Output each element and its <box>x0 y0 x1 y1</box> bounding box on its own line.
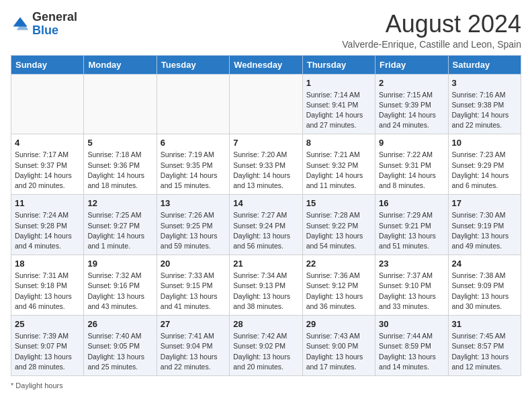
day-info: Sunrise: 7:15 AM Sunset: 9:39 PM Dayligh… <box>379 90 444 131</box>
logo: General Blue <box>11 11 77 38</box>
calendar-week-row: 18Sunrise: 7:31 AM Sunset: 9:18 PM Dayli… <box>11 255 521 316</box>
calendar-cell: 19Sunrise: 7:32 AM Sunset: 9:16 PM Dayli… <box>84 255 157 316</box>
day-info: Sunrise: 7:42 AM Sunset: 9:02 PM Dayligh… <box>233 331 298 372</box>
day-info: Sunrise: 7:40 AM Sunset: 9:05 PM Dayligh… <box>87 331 152 372</box>
calendar-cell: 28Sunrise: 7:42 AM Sunset: 9:02 PM Dayli… <box>230 316 302 376</box>
calendar-header-row: SundayMondayTuesdayWednesdayThursdayFrid… <box>11 55 521 74</box>
day-info: Sunrise: 7:25 AM Sunset: 9:27 PM Dayligh… <box>87 210 152 251</box>
calendar-cell: 17Sunrise: 7:30 AM Sunset: 9:19 PM Dayli… <box>448 195 521 255</box>
calendar-col-header: Saturday <box>448 55 521 74</box>
day-info: Sunrise: 7:20 AM Sunset: 9:33 PM Dayligh… <box>233 150 298 191</box>
day-number: 27 <box>161 319 226 329</box>
day-info: Sunrise: 7:29 AM Sunset: 9:21 PM Dayligh… <box>379 210 444 251</box>
day-info: Sunrise: 7:33 AM Sunset: 9:15 PM Dayligh… <box>161 271 226 312</box>
calendar-cell: 22Sunrise: 7:36 AM Sunset: 9:12 PM Dayli… <box>302 255 375 316</box>
calendar-cell <box>230 74 302 134</box>
day-number: 15 <box>306 198 371 208</box>
day-info: Sunrise: 7:39 AM Sunset: 9:07 PM Dayligh… <box>15 331 80 372</box>
day-info: Sunrise: 7:41 AM Sunset: 9:04 PM Dayligh… <box>161 331 226 372</box>
calendar-cell: 13Sunrise: 7:26 AM Sunset: 9:25 PM Dayli… <box>157 195 229 255</box>
day-info: Sunrise: 7:18 AM Sunset: 9:36 PM Dayligh… <box>87 150 152 191</box>
calendar-cell: 25Sunrise: 7:39 AM Sunset: 9:07 PM Dayli… <box>11 316 84 376</box>
day-number: 1 <box>306 78 371 88</box>
day-info: Sunrise: 7:17 AM Sunset: 9:37 PM Dayligh… <box>15 150 80 191</box>
logo-blue: Blue <box>32 24 58 37</box>
day-number: 3 <box>452 78 517 88</box>
day-info: Sunrise: 7:43 AM Sunset: 9:00 PM Dayligh… <box>306 331 371 372</box>
calendar-cell: 14Sunrise: 7:27 AM Sunset: 9:24 PM Dayli… <box>230 195 302 255</box>
day-number: 22 <box>306 259 371 269</box>
day-info: Sunrise: 7:34 AM Sunset: 9:13 PM Dayligh… <box>233 271 298 312</box>
day-number: 28 <box>233 319 298 329</box>
calendar-cell: 12Sunrise: 7:25 AM Sunset: 9:27 PM Dayli… <box>84 195 157 255</box>
day-number: 20 <box>161 259 226 269</box>
day-number: 21 <box>233 259 298 269</box>
calendar-cell: 2Sunrise: 7:15 AM Sunset: 9:39 PM Daylig… <box>375 74 448 134</box>
day-number: 31 <box>452 319 517 329</box>
day-number: 29 <box>306 319 371 329</box>
day-number: 6 <box>161 138 226 148</box>
day-number: 9 <box>379 138 444 148</box>
calendar-cell: 5Sunrise: 7:18 AM Sunset: 9:36 PM Daylig… <box>84 134 157 195</box>
calendar-body: 1Sunrise: 7:14 AM Sunset: 9:41 PM Daylig… <box>11 74 521 375</box>
day-info: Sunrise: 7:22 AM Sunset: 9:31 PM Dayligh… <box>379 150 444 191</box>
calendar-cell: 30Sunrise: 7:44 AM Sunset: 8:59 PM Dayli… <box>375 316 448 376</box>
calendar-col-header: Friday <box>375 55 448 74</box>
day-number: 11 <box>15 198 80 208</box>
day-number: 12 <box>87 198 152 208</box>
calendar-table: SundayMondayTuesdayWednesdayThursdayFrid… <box>11 55 521 376</box>
day-info: Sunrise: 7:24 AM Sunset: 9:28 PM Dayligh… <box>15 210 80 251</box>
calendar-col-header: Tuesday <box>157 55 229 74</box>
daylight-hours-label: Daylight hours <box>15 381 62 390</box>
day-number: 16 <box>379 198 444 208</box>
day-number: 17 <box>452 198 517 208</box>
calendar-week-row: 11Sunrise: 7:24 AM Sunset: 9:28 PM Dayli… <box>11 195 521 255</box>
calendar-cell <box>157 74 229 134</box>
day-info: Sunrise: 7:21 AM Sunset: 9:32 PM Dayligh… <box>306 150 371 191</box>
calendar-cell: 20Sunrise: 7:33 AM Sunset: 9:15 PM Dayli… <box>157 255 229 316</box>
day-info: Sunrise: 7:16 AM Sunset: 9:38 PM Dayligh… <box>452 90 517 131</box>
logo-general: General <box>32 10 77 24</box>
day-info: Sunrise: 7:30 AM Sunset: 9:19 PM Dayligh… <box>452 210 517 251</box>
day-number: 10 <box>452 138 517 148</box>
month-year: August 2024 <box>342 11 521 38</box>
calendar-cell: 15Sunrise: 7:28 AM Sunset: 9:22 PM Dayli… <box>302 195 375 255</box>
day-number: 19 <box>87 259 152 269</box>
day-number: 2 <box>379 78 444 88</box>
calendar-cell: 24Sunrise: 7:38 AM Sunset: 9:09 PM Dayli… <box>448 255 521 316</box>
day-number: 25 <box>15 319 80 329</box>
day-number: 18 <box>15 259 80 269</box>
day-number: 8 <box>306 138 371 148</box>
day-number: 5 <box>87 138 152 148</box>
logo-text: General Blue <box>32 11 77 38</box>
day-info: Sunrise: 7:28 AM Sunset: 9:22 PM Dayligh… <box>306 210 371 251</box>
calendar-cell: 1Sunrise: 7:14 AM Sunset: 9:41 PM Daylig… <box>302 74 375 134</box>
calendar-cell: 21Sunrise: 7:34 AM Sunset: 9:13 PM Dayli… <box>230 255 302 316</box>
calendar-cell: 9Sunrise: 7:22 AM Sunset: 9:31 PM Daylig… <box>375 134 448 195</box>
day-info: Sunrise: 7:45 AM Sunset: 8:57 PM Dayligh… <box>452 331 517 372</box>
day-number: 13 <box>161 198 226 208</box>
calendar-cell: 11Sunrise: 7:24 AM Sunset: 9:28 PM Dayli… <box>11 195 84 255</box>
title-block: August 2024 Valverde-Enrique, Castille a… <box>342 11 521 50</box>
calendar-cell: 27Sunrise: 7:41 AM Sunset: 9:04 PM Dayli… <box>157 316 229 376</box>
calendar-cell: 23Sunrise: 7:37 AM Sunset: 9:10 PM Dayli… <box>375 255 448 316</box>
location: Valverde-Enrique, Castille and Leon, Spa… <box>342 39 521 50</box>
day-number: 23 <box>379 259 444 269</box>
day-info: Sunrise: 7:19 AM Sunset: 9:35 PM Dayligh… <box>161 150 226 191</box>
day-info: Sunrise: 7:14 AM Sunset: 9:41 PM Dayligh… <box>306 90 371 131</box>
day-number: 4 <box>15 138 80 148</box>
day-number: 14 <box>233 198 298 208</box>
calendar-col-header: Thursday <box>302 55 375 74</box>
calendar-cell: 8Sunrise: 7:21 AM Sunset: 9:32 PM Daylig… <box>302 134 375 195</box>
page-header: General Blue August 2024 Valverde-Enriqu… <box>11 11 521 50</box>
day-info: Sunrise: 7:36 AM Sunset: 9:12 PM Dayligh… <box>306 271 371 312</box>
calendar-cell: 4Sunrise: 7:17 AM Sunset: 9:37 PM Daylig… <box>11 134 84 195</box>
calendar-week-row: 4Sunrise: 7:17 AM Sunset: 9:37 PM Daylig… <box>11 134 521 195</box>
day-number: 26 <box>87 319 152 329</box>
calendar-cell: 31Sunrise: 7:45 AM Sunset: 8:57 PM Dayli… <box>448 316 521 376</box>
day-info: Sunrise: 7:31 AM Sunset: 9:18 PM Dayligh… <box>15 271 80 312</box>
calendar-cell: 6Sunrise: 7:19 AM Sunset: 9:35 PM Daylig… <box>157 134 229 195</box>
logo-icon <box>11 15 30 34</box>
calendar-cell: 10Sunrise: 7:23 AM Sunset: 9:29 PM Dayli… <box>448 134 521 195</box>
day-info: Sunrise: 7:38 AM Sunset: 9:09 PM Dayligh… <box>452 271 517 312</box>
